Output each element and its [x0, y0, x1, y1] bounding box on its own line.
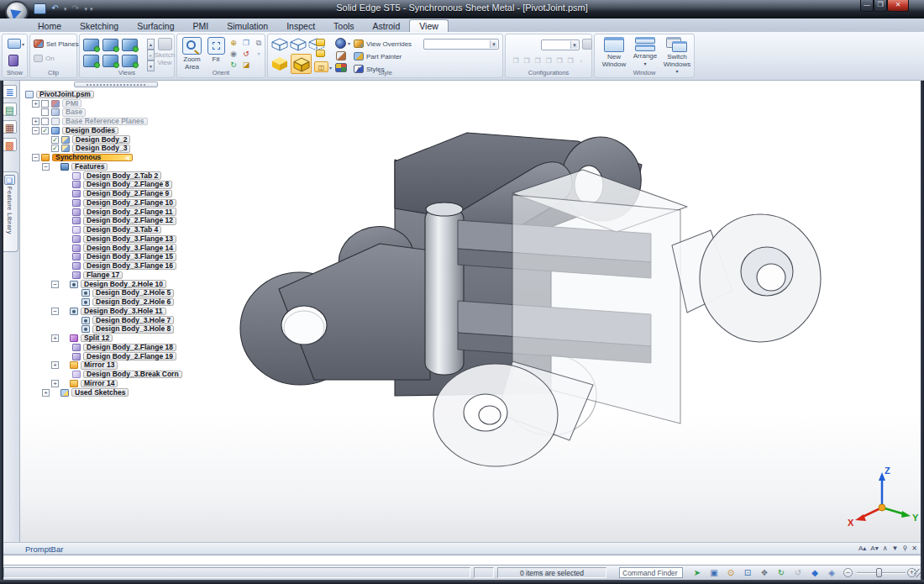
dimetric-view-icon[interactable]: [102, 55, 118, 67]
visible-edges-view-icon[interactable]: [290, 38, 307, 51]
pan-icon[interactable]: ❖: [759, 567, 770, 578]
common-views-icon[interactable]: ↺: [792, 567, 804, 578]
collapse-icon[interactable]: −: [42, 163, 50, 171]
tree-item[interactable]: Design Body_2.Flange 18: [0, 343, 252, 352]
pin-icon[interactable]: ⚲: [902, 544, 907, 554]
tree-item[interactable]: Design Body_2.Flange 11: [0, 208, 252, 217]
tree-item[interactable]: Design Body_2.Hole 5: [0, 289, 252, 298]
style-combo[interactable]: ▼: [423, 39, 499, 50]
tree-item[interactable]: +Mirror 14: [0, 379, 252, 388]
tab-surfacing[interactable]: Surfacing: [128, 20, 183, 32]
tree-item[interactable]: −Synchronous◀: [0, 153, 252, 162]
tree-item[interactable]: Design Body_3.Flange 14: [0, 244, 252, 253]
zoom-out-button[interactable]: −: [843, 568, 853, 577]
arrange-button[interactable]: Arrange ▾: [632, 37, 659, 67]
tab-inspect[interactable]: Inspect: [277, 20, 324, 32]
configurations-dropdown-icon[interactable]: ▼: [570, 41, 578, 49]
new-window-button[interactable]: New Window: [599, 37, 629, 68]
tree-item[interactable]: +Split 12: [0, 334, 252, 343]
zoom-icon[interactable]: ⊙: [725, 567, 737, 578]
fit-button[interactable]: Fit: [206, 37, 226, 64]
tab-view[interactable]: View: [409, 19, 449, 32]
rotate-view-icon[interactable]: ❐: [240, 38, 252, 48]
tree-item[interactable]: Base: [0, 108, 252, 118]
right-view-icon[interactable]: [122, 39, 138, 51]
command-finder-input[interactable]: [619, 567, 683, 578]
tree-item[interactable]: −✓Design Bodies: [0, 126, 252, 135]
brush-icon[interactable]: [336, 51, 346, 61]
tree-item[interactable]: Design Body_3.Flange 16: [0, 261, 252, 271]
wireframe-view-icon[interactable]: [271, 38, 288, 51]
part-painter-button[interactable]: Part Painter: [354, 52, 402, 61]
style-combo-dropdown-icon[interactable]: ▼: [490, 40, 497, 48]
expand-icon[interactable]: +: [51, 334, 59, 342]
tree-grip[interactable]: [74, 82, 158, 87]
checkbox[interactable]: [41, 118, 49, 125]
tree-item[interactable]: Design Body_2.Flange 12: [0, 217, 252, 226]
set-planes-button[interactable]: Set Planes: [34, 39, 79, 48]
expand-icon[interactable]: +: [51, 361, 59, 369]
fit-icon[interactable]: ⊡: [742, 567, 753, 578]
tree-item[interactable]: Design Body_3.Hole 8: [0, 325, 252, 334]
box-select-icon[interactable]: ▫: [253, 49, 265, 59]
tab-home[interactable]: Home: [29, 20, 71, 32]
font-increase-icon[interactable]: A▴: [858, 544, 866, 554]
collapse-icon[interactable]: −: [51, 281, 59, 288]
scroll-up-icon[interactable]: ∧: [883, 544, 888, 554]
spin-icon[interactable]: ↺: [240, 49, 252, 59]
tree-item[interactable]: Design Body_3.Break Corn: [0, 370, 252, 379]
tree-item[interactable]: Design Body_3.Flange 15: [0, 253, 252, 262]
close-button[interactable]: ✕: [887, 0, 909, 12]
expand-icon[interactable]: +: [32, 100, 39, 108]
zoom-area-icon[interactable]: ▣: [708, 567, 720, 578]
rotate-icon[interactable]: ↻: [775, 567, 787, 578]
view-style-icon[interactable]: ◈: [826, 567, 837, 578]
views-scroll-up-icon[interactable]: ▲: [147, 39, 155, 50]
tab-astroid[interactable]: Astroid: [364, 20, 410, 32]
zoom-slider-thumb[interactable]: [876, 568, 882, 577]
tree-item[interactable]: Design Body_2.Flange 9: [0, 189, 252, 198]
trimetric-view-icon[interactable]: [122, 55, 138, 67]
face-color-icon[interactable]: [316, 50, 325, 57]
collapse-icon[interactable]: −: [51, 308, 59, 315]
copy-view-icon[interactable]: ⧉: [253, 38, 265, 48]
tree-item[interactable]: ✓Design Body_3: [0, 145, 252, 154]
tab-tools[interactable]: Tools: [324, 20, 364, 32]
checkbox[interactable]: ✓: [51, 145, 59, 152]
shaded-view-icon[interactable]: ◆: [809, 567, 821, 578]
minimize-button[interactable]: —: [860, 0, 874, 12]
tree-item[interactable]: −Design Body_2.Hole 10: [0, 280, 252, 289]
tree-item[interactable]: Flange 17: [0, 271, 252, 280]
front-view-icon[interactable]: [102, 39, 118, 51]
maximize-button[interactable]: ❐: [874, 0, 887, 12]
collapse-icon[interactable]: −: [32, 154, 39, 161]
tree-item[interactable]: +Base Reference Planes: [0, 117, 252, 126]
views-scroll-mid-icon[interactable]: ▪: [147, 50, 155, 61]
tree-item[interactable]: −Features: [0, 162, 252, 171]
collapse-icon[interactable]: −: [32, 127, 39, 134]
checkbox[interactable]: ✓: [41, 127, 49, 134]
show-planes-icon[interactable]: [8, 55, 18, 66]
tree-item[interactable]: Design Body_3.Tab 4: [0, 225, 252, 234]
environment-sphere-icon[interactable]: [335, 38, 346, 49]
view-overrides-button[interactable]: View Overrides: [354, 39, 412, 48]
zoom-area-button[interactable]: Zoom Area: [181, 37, 203, 71]
tab-pmi[interactable]: PMI: [184, 20, 218, 32]
checkbox[interactable]: ✓: [51, 136, 59, 144]
checkbox[interactable]: [41, 100, 49, 108]
tree-item[interactable]: Design Body_2.Flange 8: [0, 181, 252, 190]
tree-item[interactable]: +Mirror 13: [0, 361, 252, 371]
tab-simulation[interactable]: Simulation: [218, 20, 277, 32]
tree-item[interactable]: −Design Body_3.Hole 11: [0, 307, 252, 316]
show-display-icon[interactable]: [8, 39, 21, 49]
tree-item[interactable]: Design Body_2.Flange 19: [0, 352, 252, 361]
tree-item[interactable]: Design Body_3.Flange 13: [0, 234, 252, 244]
tree-item[interactable]: Design Body_2.Flange 10: [0, 198, 252, 208]
close-promptbar-icon[interactable]: ✕: [911, 544, 917, 554]
dock-icon[interactable]: ▼: [892, 544, 899, 554]
checkbox[interactable]: [41, 108, 49, 116]
expand-icon[interactable]: +: [42, 389, 50, 397]
expand-icon[interactable]: +: [51, 380, 59, 387]
font-decrease-icon[interactable]: A▾: [870, 544, 878, 554]
tree-item[interactable]: ✓Design Body_2: [0, 135, 252, 145]
